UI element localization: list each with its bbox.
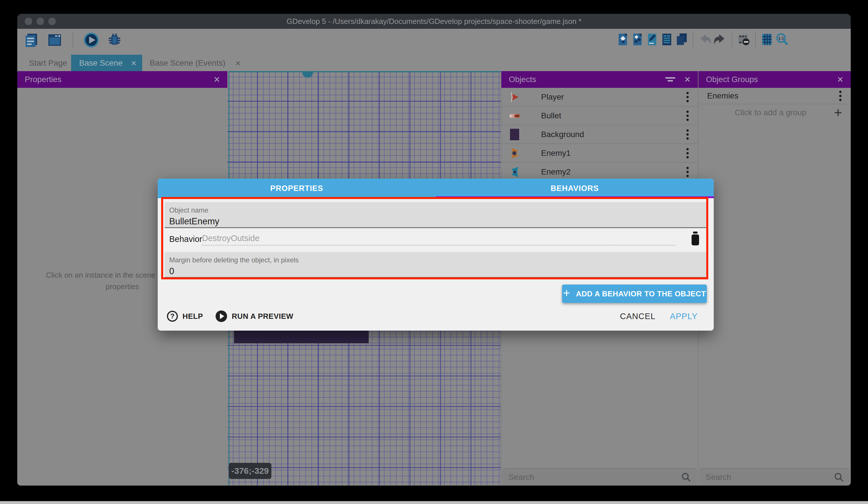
behavior-name-input[interactable]: [202, 232, 675, 246]
toolbar-separator: [755, 32, 756, 47]
toolbar: 1:1: [17, 29, 851, 55]
mask-toggle-icon[interactable]: [737, 33, 750, 46]
toolbar-separator: [693, 32, 693, 47]
enemy1-thumbnail: [508, 147, 521, 160]
object-name: Enemy2: [541, 167, 686, 177]
dialog-tab-behaviors[interactable]: BEHAVIORS: [436, 179, 714, 198]
cursor-coordinates-badge: -376;-329: [229, 463, 271, 479]
properties-editor-icon[interactable]: [646, 32, 659, 47]
instances-list-icon[interactable]: [661, 32, 673, 47]
plus-icon: +: [563, 286, 570, 300]
object-groups-panel: Object Groups × Enemies Click to add a g…: [698, 71, 851, 486]
close-tab-icon[interactable]: ×: [235, 59, 241, 68]
apply-button[interactable]: APPLY: [670, 312, 698, 321]
margin-input[interactable]: [169, 266, 680, 276]
active-tab-indicator: [436, 196, 714, 198]
tab-label: Base Scene (Events): [149, 59, 225, 68]
object-row-background[interactable]: Background: [502, 125, 698, 144]
debug-icon[interactable]: [106, 32, 123, 48]
close-icon[interactable]: ×: [214, 74, 220, 85]
object-row-enemy1[interactable]: Enemy1: [502, 144, 698, 163]
play-icon[interactable]: [83, 32, 100, 48]
filter-icon[interactable]: [665, 76, 676, 83]
grid-toggle-icon[interactable]: [761, 32, 773, 47]
object-name-field[interactable]: Object name: [165, 202, 707, 228]
help-button[interactable]: ? HELP: [167, 311, 203, 322]
player-thumbnail: [508, 91, 521, 103]
group-menu-icon[interactable]: [839, 90, 842, 102]
objects-search-bar: [502, 468, 697, 486]
traffic-lights: [25, 18, 56, 25]
toolbar-separator: [732, 32, 732, 47]
object-groups-editor-icon[interactable]: [631, 32, 644, 47]
toolbar-separator: [73, 32, 73, 48]
object-groups-panel-header: Object Groups ×: [699, 71, 851, 88]
run-preview-button[interactable]: RUN A PREVIEW: [216, 311, 293, 322]
objects-search-input[interactable]: [508, 472, 681, 482]
tab-start-page[interactable]: Start Page: [24, 55, 72, 71]
object-editor-dialog: PROPERTIES BEHAVIORS Object name Behavio…: [158, 179, 714, 331]
tab-base-scene[interactable]: Base Scene ×: [71, 55, 142, 71]
layers-editor-icon[interactable]: [675, 32, 688, 47]
help-icon: ?: [167, 311, 178, 322]
minimize-window-button[interactable]: [37, 18, 44, 25]
close-tab-icon[interactable]: ×: [131, 59, 136, 68]
add-group-label: Click to add a group: [707, 108, 834, 117]
project-manager-icon[interactable]: [24, 32, 40, 48]
start-page-icon[interactable]: [46, 32, 63, 48]
objects-editor-icon[interactable]: [617, 32, 629, 47]
window-title: GDevelop 5 - /Users/dkarakay/Documents/G…: [17, 14, 851, 29]
object-name-input[interactable]: [169, 216, 680, 226]
groups-search-input[interactable]: [705, 472, 834, 482]
zoom-reset-icon[interactable]: 1:1: [775, 32, 789, 47]
svg-text:1:1: 1:1: [778, 36, 784, 41]
behavior-label: Behavior: [169, 234, 202, 244]
editor-tabbar: Start Page Base Scene × Base Scene (Even…: [17, 55, 851, 71]
undo-icon[interactable]: [698, 33, 711, 46]
zoom-window-button[interactable]: [48, 18, 56, 25]
titlebar: GDevelop 5 - /Users/dkarakay/Documents/G…: [17, 14, 851, 29]
dialog-tab-properties[interactable]: PROPERTIES: [158, 179, 436, 198]
margin-label: Margin before deleting the object, in pi…: [169, 256, 707, 264]
object-name: Background: [541, 130, 686, 139]
search-icon: [834, 472, 844, 482]
tab-base-scene-events[interactable]: Base Scene (Events) ×: [142, 55, 248, 71]
delete-behavior-trash-icon[interactable]: [689, 231, 702, 246]
close-icon[interactable]: ×: [684, 74, 690, 85]
dock-strip: [0, 501, 868, 504]
object-menu-icon[interactable]: [686, 147, 689, 159]
enemy2-thumbnail: [508, 165, 521, 178]
object-menu-icon[interactable]: [686, 166, 689, 178]
dialog-tabbar: PROPERTIES BEHAVIORS: [158, 179, 714, 198]
toolbar-right-group: 1:1: [617, 32, 789, 47]
screen: GDevelop 5 - /Users/dkarakay/Documents/G…: [0, 0, 868, 504]
object-name: Bullet: [541, 111, 686, 120]
dialog-footer: ? HELP RUN A PREVIEW CANCEL APPLY: [167, 308, 698, 325]
object-menu-icon[interactable]: [686, 110, 689, 122]
cancel-button[interactable]: CANCEL: [620, 312, 655, 321]
object-menu-icon[interactable]: [686, 129, 689, 141]
run-preview-label: RUN A PREVIEW: [232, 312, 293, 321]
close-window-button[interactable]: [25, 18, 32, 25]
tab-label: Start Page: [29, 59, 67, 68]
play-preview-icon: [216, 311, 227, 322]
margin-field[interactable]: Margin before deleting the object, in pi…: [165, 252, 707, 278]
group-name: Enemies: [707, 91, 839, 101]
background-thumbnail: [508, 128, 521, 141]
bullet-thumbnail: [508, 109, 521, 122]
group-row-enemies[interactable]: Enemies: [699, 88, 851, 104]
object-row-player[interactable]: Player: [502, 88, 698, 107]
redo-icon[interactable]: [713, 33, 727, 46]
object-row-bullet[interactable]: Bullet: [502, 107, 698, 125]
close-icon[interactable]: ×: [837, 74, 843, 85]
panel-title: Properties: [25, 75, 214, 84]
groups-search-bar: [699, 468, 850, 486]
object-menu-icon[interactable]: [686, 91, 689, 103]
scene-frame-handle[interactable]: [302, 72, 313, 78]
add-behavior-button[interactable]: + ADD A BEHAVIOR TO THE OBJECT: [562, 284, 707, 303]
object-name-label: Object name: [169, 206, 707, 214]
add-group-row[interactable]: Click to add a group +: [699, 104, 851, 121]
help-label: HELP: [183, 312, 203, 321]
add-group-plus-icon[interactable]: +: [834, 107, 842, 118]
tab-label: Base Scene: [79, 59, 123, 68]
